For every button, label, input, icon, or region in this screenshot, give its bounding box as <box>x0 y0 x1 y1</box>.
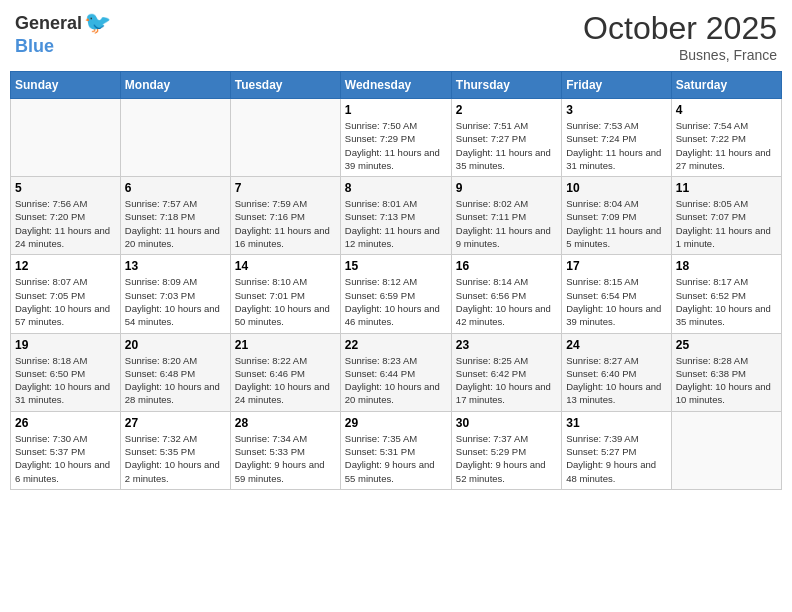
day-number: 1 <box>345 103 447 117</box>
day-number: 10 <box>566 181 666 195</box>
calendar-cell: 24Sunrise: 8:27 AM Sunset: 6:40 PM Dayli… <box>562 333 671 411</box>
day-info: Sunrise: 8:02 AM Sunset: 7:11 PM Dayligh… <box>456 197 557 250</box>
day-info: Sunrise: 7:34 AM Sunset: 5:33 PM Dayligh… <box>235 432 336 485</box>
calendar-cell: 6Sunrise: 7:57 AM Sunset: 7:18 PM Daylig… <box>120 177 230 255</box>
day-info: Sunrise: 7:39 AM Sunset: 5:27 PM Dayligh… <box>566 432 666 485</box>
day-number: 16 <box>456 259 557 273</box>
calendar-week-row: 1Sunrise: 7:50 AM Sunset: 7:29 PM Daylig… <box>11 99 782 177</box>
day-number: 18 <box>676 259 777 273</box>
day-info: Sunrise: 8:15 AM Sunset: 6:54 PM Dayligh… <box>566 275 666 328</box>
day-info: Sunrise: 7:32 AM Sunset: 5:35 PM Dayligh… <box>125 432 226 485</box>
calendar-week-row: 12Sunrise: 8:07 AM Sunset: 7:05 PM Dayli… <box>11 255 782 333</box>
day-number: 25 <box>676 338 777 352</box>
calendar-cell: 2Sunrise: 7:51 AM Sunset: 7:27 PM Daylig… <box>451 99 561 177</box>
calendar-cell: 1Sunrise: 7:50 AM Sunset: 7:29 PM Daylig… <box>340 99 451 177</box>
calendar-cell: 9Sunrise: 8:02 AM Sunset: 7:11 PM Daylig… <box>451 177 561 255</box>
day-info: Sunrise: 8:22 AM Sunset: 6:46 PM Dayligh… <box>235 354 336 407</box>
calendar-header-row: SundayMondayTuesdayWednesdayThursdayFrid… <box>11 72 782 99</box>
calendar-cell: 19Sunrise: 8:18 AM Sunset: 6:50 PM Dayli… <box>11 333 121 411</box>
day-number: 4 <box>676 103 777 117</box>
calendar-cell: 17Sunrise: 8:15 AM Sunset: 6:54 PM Dayli… <box>562 255 671 333</box>
column-header-monday: Monday <box>120 72 230 99</box>
day-number: 14 <box>235 259 336 273</box>
calendar-cell: 27Sunrise: 7:32 AM Sunset: 5:35 PM Dayli… <box>120 411 230 489</box>
calendar-cell: 15Sunrise: 8:12 AM Sunset: 6:59 PM Dayli… <box>340 255 451 333</box>
day-info: Sunrise: 8:27 AM Sunset: 6:40 PM Dayligh… <box>566 354 666 407</box>
calendar-cell: 11Sunrise: 8:05 AM Sunset: 7:07 PM Dayli… <box>671 177 781 255</box>
day-info: Sunrise: 7:50 AM Sunset: 7:29 PM Dayligh… <box>345 119 447 172</box>
day-info: Sunrise: 8:17 AM Sunset: 6:52 PM Dayligh… <box>676 275 777 328</box>
logo-bird-icon: 🐦 <box>84 10 111 36</box>
calendar-cell: 3Sunrise: 7:53 AM Sunset: 7:24 PM Daylig… <box>562 99 671 177</box>
calendar-cell: 7Sunrise: 7:59 AM Sunset: 7:16 PM Daylig… <box>230 177 340 255</box>
calendar-cell: 25Sunrise: 8:28 AM Sunset: 6:38 PM Dayli… <box>671 333 781 411</box>
day-info: Sunrise: 7:30 AM Sunset: 5:37 PM Dayligh… <box>15 432 116 485</box>
calendar-week-row: 5Sunrise: 7:56 AM Sunset: 7:20 PM Daylig… <box>11 177 782 255</box>
calendar-cell: 16Sunrise: 8:14 AM Sunset: 6:56 PM Dayli… <box>451 255 561 333</box>
day-info: Sunrise: 8:12 AM Sunset: 6:59 PM Dayligh… <box>345 275 447 328</box>
calendar-cell: 26Sunrise: 7:30 AM Sunset: 5:37 PM Dayli… <box>11 411 121 489</box>
day-number: 28 <box>235 416 336 430</box>
day-number: 5 <box>15 181 116 195</box>
day-info: Sunrise: 8:14 AM Sunset: 6:56 PM Dayligh… <box>456 275 557 328</box>
day-info: Sunrise: 8:04 AM Sunset: 7:09 PM Dayligh… <box>566 197 666 250</box>
day-info: Sunrise: 8:25 AM Sunset: 6:42 PM Dayligh… <box>456 354 557 407</box>
day-number: 20 <box>125 338 226 352</box>
calendar-cell: 30Sunrise: 7:37 AM Sunset: 5:29 PM Dayli… <box>451 411 561 489</box>
day-info: Sunrise: 7:51 AM Sunset: 7:27 PM Dayligh… <box>456 119 557 172</box>
logo-blue-text: Blue <box>15 36 54 57</box>
day-number: 8 <box>345 181 447 195</box>
day-number: 23 <box>456 338 557 352</box>
logo: General 🐦 Blue <box>15 10 111 57</box>
day-info: Sunrise: 8:01 AM Sunset: 7:13 PM Dayligh… <box>345 197 447 250</box>
logo-general-text: General <box>15 13 82 34</box>
day-info: Sunrise: 8:28 AM Sunset: 6:38 PM Dayligh… <box>676 354 777 407</box>
calendar-cell: 20Sunrise: 8:20 AM Sunset: 6:48 PM Dayli… <box>120 333 230 411</box>
calendar-cell: 10Sunrise: 8:04 AM Sunset: 7:09 PM Dayli… <box>562 177 671 255</box>
day-info: Sunrise: 8:23 AM Sunset: 6:44 PM Dayligh… <box>345 354 447 407</box>
calendar-cell <box>671 411 781 489</box>
column-header-friday: Friday <box>562 72 671 99</box>
calendar-cell: 14Sunrise: 8:10 AM Sunset: 7:01 PM Dayli… <box>230 255 340 333</box>
calendar-cell: 13Sunrise: 8:09 AM Sunset: 7:03 PM Dayli… <box>120 255 230 333</box>
day-number: 3 <box>566 103 666 117</box>
day-number: 26 <box>15 416 116 430</box>
day-number: 15 <box>345 259 447 273</box>
column-header-saturday: Saturday <box>671 72 781 99</box>
calendar-week-row: 26Sunrise: 7:30 AM Sunset: 5:37 PM Dayli… <box>11 411 782 489</box>
calendar-cell <box>11 99 121 177</box>
column-header-sunday: Sunday <box>11 72 121 99</box>
calendar-cell: 28Sunrise: 7:34 AM Sunset: 5:33 PM Dayli… <box>230 411 340 489</box>
day-number: 11 <box>676 181 777 195</box>
day-info: Sunrise: 8:18 AM Sunset: 6:50 PM Dayligh… <box>15 354 116 407</box>
day-number: 29 <box>345 416 447 430</box>
column-header-tuesday: Tuesday <box>230 72 340 99</box>
day-number: 31 <box>566 416 666 430</box>
page-header: General 🐦 Blue October 2025 Busnes, Fran… <box>10 10 782 63</box>
day-info: Sunrise: 8:10 AM Sunset: 7:01 PM Dayligh… <box>235 275 336 328</box>
day-number: 27 <box>125 416 226 430</box>
calendar-cell: 18Sunrise: 8:17 AM Sunset: 6:52 PM Dayli… <box>671 255 781 333</box>
calendar-cell: 8Sunrise: 8:01 AM Sunset: 7:13 PM Daylig… <box>340 177 451 255</box>
day-info: Sunrise: 7:56 AM Sunset: 7:20 PM Dayligh… <box>15 197 116 250</box>
calendar-cell: 4Sunrise: 7:54 AM Sunset: 7:22 PM Daylig… <box>671 99 781 177</box>
day-info: Sunrise: 8:20 AM Sunset: 6:48 PM Dayligh… <box>125 354 226 407</box>
day-number: 13 <box>125 259 226 273</box>
day-number: 21 <box>235 338 336 352</box>
calendar-cell: 21Sunrise: 8:22 AM Sunset: 6:46 PM Dayli… <box>230 333 340 411</box>
day-info: Sunrise: 7:59 AM Sunset: 7:16 PM Dayligh… <box>235 197 336 250</box>
column-header-wednesday: Wednesday <box>340 72 451 99</box>
calendar-cell <box>230 99 340 177</box>
calendar-cell: 5Sunrise: 7:56 AM Sunset: 7:20 PM Daylig… <box>11 177 121 255</box>
calendar-week-row: 19Sunrise: 8:18 AM Sunset: 6:50 PM Dayli… <box>11 333 782 411</box>
day-number: 9 <box>456 181 557 195</box>
day-number: 17 <box>566 259 666 273</box>
day-info: Sunrise: 7:57 AM Sunset: 7:18 PM Dayligh… <box>125 197 226 250</box>
day-number: 2 <box>456 103 557 117</box>
day-number: 30 <box>456 416 557 430</box>
calendar-cell <box>120 99 230 177</box>
calendar-cell: 22Sunrise: 8:23 AM Sunset: 6:44 PM Dayli… <box>340 333 451 411</box>
calendar-cell: 12Sunrise: 8:07 AM Sunset: 7:05 PM Dayli… <box>11 255 121 333</box>
title-area: October 2025 Busnes, France <box>583 10 777 63</box>
column-header-thursday: Thursday <box>451 72 561 99</box>
